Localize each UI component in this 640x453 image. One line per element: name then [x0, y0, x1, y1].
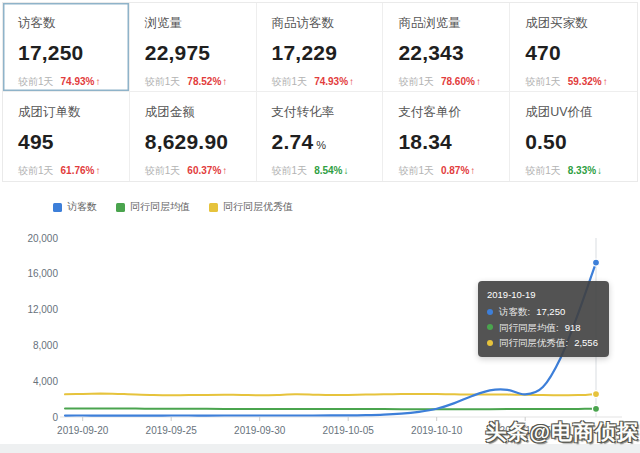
metric-value-suffix: % [316, 139, 326, 151]
metric-card-8[interactable]: 支付转化率 2.74% 较前1天8.54%↓ [257, 92, 384, 181]
metric-card-4[interactable]: 商品浏览量 22,343 较前1天78.60%↑ [383, 3, 510, 92]
metric-value: 470 [525, 41, 561, 64]
tooltip-series-dot-icon [487, 340, 493, 346]
metric-value: 22,975 [145, 41, 210, 64]
metric-value: 22,343 [398, 41, 463, 64]
metric-title: 浏览量 [145, 15, 256, 32]
tooltip-date: 2019-10-19 [487, 288, 598, 302]
metric-change-group: 61.76%↑ [61, 165, 101, 176]
metric-trend-arrow-icon: ↑ [349, 76, 354, 87]
metric-card-6[interactable]: 成团订单数 495 较前1天61.76%↑ [3, 92, 130, 181]
metric-title: 访客数 [18, 15, 129, 32]
metric-compare-label: 较前1天 [525, 76, 561, 87]
metric-value: 0.50 [525, 130, 567, 153]
metric-change-group: 78.60%↑ [441, 76, 481, 87]
metric-change-group: 59.32%↑ [568, 76, 608, 87]
metric-compare-label: 较前1天 [18, 76, 54, 87]
metric-change-group: 60.37%↑ [187, 165, 227, 176]
metric-compare-label: 较前1天 [145, 165, 181, 176]
metric-title: 成团金额 [145, 104, 256, 121]
metric-change: 0.87% [441, 165, 469, 176]
metric-trend-arrow-icon: ↑ [95, 76, 100, 87]
metric-title: 成团订单数 [18, 104, 129, 121]
y-axis-label: 0 [52, 412, 58, 423]
metric-title: 成团买家数 [525, 15, 637, 32]
metric-change: 78.52% [187, 76, 221, 87]
metric-card-5[interactable]: 成团买家数 470 较前1天59.32%↑ [510, 3, 637, 92]
tooltip-row: 同行同层均值: 918 [487, 321, 598, 335]
tooltip-series-dot-icon [487, 309, 493, 315]
metric-title: 支付转化率 [272, 104, 383, 121]
metric-trend-arrow-icon: ↑ [222, 76, 227, 87]
metrics-grid: 访客数 17,250 较前1天74.93%↑ 浏览量 22,975 较前1天78… [2, 2, 638, 182]
metric-change: 8.54% [314, 165, 342, 176]
metric-compare-label: 较前1天 [272, 76, 308, 87]
metric-change: 78.60% [441, 76, 475, 87]
dashboard-page: 访客数 17,250 较前1天74.93%↑ 浏览量 22,975 较前1天78… [0, 0, 640, 453]
point-marker-访客数 [593, 259, 600, 266]
metric-value: 17,229 [272, 41, 337, 64]
x-axis-label: 2019-09-20 [57, 425, 109, 436]
metric-card-9[interactable]: 支付客单价 18.34 较前1天0.87%↑ [383, 92, 510, 181]
tooltip-series-value: 918 [565, 321, 581, 335]
metric-card-10[interactable]: 成团UV价值 0.50 较前1天8.33%↓ [510, 92, 637, 181]
x-axis-label: 2019-10-05 [323, 425, 375, 436]
metric-change-group: 8.54%↓ [314, 165, 348, 176]
metric-compare-label: 较前1天 [272, 165, 308, 176]
metric-title: 商品浏览量 [398, 15, 509, 32]
metric-change-group: 0.87%↑ [441, 165, 475, 176]
metric-trend-arrow-icon: ↓ [344, 165, 349, 176]
x-axis-label: 2019-09-30 [234, 425, 286, 436]
chart-tooltip: 2019-10-19 访客数: 17,250 同行同层均值: 918 同行同层优… [478, 281, 609, 357]
tooltip-row: 访客数: 17,250 [487, 305, 598, 319]
metric-change: 8.33% [568, 165, 596, 176]
metric-change-group: 74.93%↑ [314, 76, 354, 87]
point-marker-同行同层优秀值 [593, 391, 600, 398]
metric-value: 495 [18, 130, 54, 153]
tooltip-series-label: 同行同层优秀值: [499, 336, 568, 350]
y-axis-label: 4,000 [33, 376, 58, 387]
metric-change-group: 8.33%↓ [568, 165, 602, 176]
x-axis-label: 2019-10-10 [411, 425, 463, 436]
metric-trend-arrow-icon: ↑ [222, 165, 227, 176]
metric-change: 74.93% [61, 76, 95, 87]
metric-change: 74.93% [314, 76, 348, 87]
tooltip-series-label: 同行同层均值: [499, 321, 559, 335]
metric-title: 成团UV价值 [525, 104, 637, 121]
metric-change-group: 78.52%↑ [187, 76, 227, 87]
metric-trend-arrow-icon: ↑ [476, 76, 481, 87]
metric-compare-label: 较前1天 [18, 165, 54, 176]
metric-title: 商品访客数 [272, 15, 383, 32]
metric-compare-label: 较前1天 [398, 165, 434, 176]
y-axis-label: 8,000 [33, 340, 58, 351]
metric-card-7[interactable]: 成团金额 8,629.90 较前1天60.37%↑ [130, 92, 257, 181]
trend-chart-section: 访客数 同行同层均值 同行同层优秀值 04,0008,00012,00016,0… [0, 192, 640, 444]
metric-change-group: 74.93%↑ [61, 76, 101, 87]
metric-trend-arrow-icon: ↑ [95, 165, 100, 176]
metric-trend-arrow-icon: ↓ [597, 165, 602, 176]
series-line-同行同层优秀值 [65, 394, 596, 396]
metric-change: 60.37% [187, 165, 221, 176]
y-axis-label: 16,000 [27, 268, 58, 279]
watermark: 头条@电商侦探 [486, 418, 639, 446]
metric-trend-arrow-icon: ↑ [470, 165, 475, 176]
y-axis-label: 12,000 [27, 304, 58, 315]
tooltip-row: 同行同层优秀值: 2,556 [487, 336, 598, 350]
x-axis-label: 2019-09-25 [146, 425, 198, 436]
metric-card-2[interactable]: 浏览量 22,975 较前1天78.52%↑ [130, 3, 257, 92]
dashboard-content: 访客数 17,250 较前1天74.93%↑ 浏览量 22,975 较前1天78… [0, 0, 640, 444]
tooltip-rows: 访客数: 17,250 同行同层均值: 918 同行同层优秀值: 2,556 [487, 305, 598, 350]
metric-card-3[interactable]: 商品访客数 17,229 较前1天74.93%↑ [257, 3, 384, 92]
tooltip-series-label: 访客数: [499, 305, 530, 319]
tooltip-series-value: 2,556 [574, 336, 598, 350]
metric-card-1[interactable]: 访客数 17,250 较前1天74.93%↑ [3, 3, 130, 92]
metric-trend-arrow-icon: ↑ [603, 76, 608, 87]
metric-value: 8,629.90 [145, 130, 228, 153]
metric-value: 18.34 [398, 130, 452, 153]
metric-compare-label: 较前1天 [398, 76, 434, 87]
point-marker-同行同层均值 [593, 405, 600, 412]
metric-value: 17,250 [18, 41, 83, 64]
tooltip-series-dot-icon [487, 324, 493, 330]
metric-compare-label: 较前1天 [145, 76, 181, 87]
metric-title: 支付客单价 [398, 104, 509, 121]
